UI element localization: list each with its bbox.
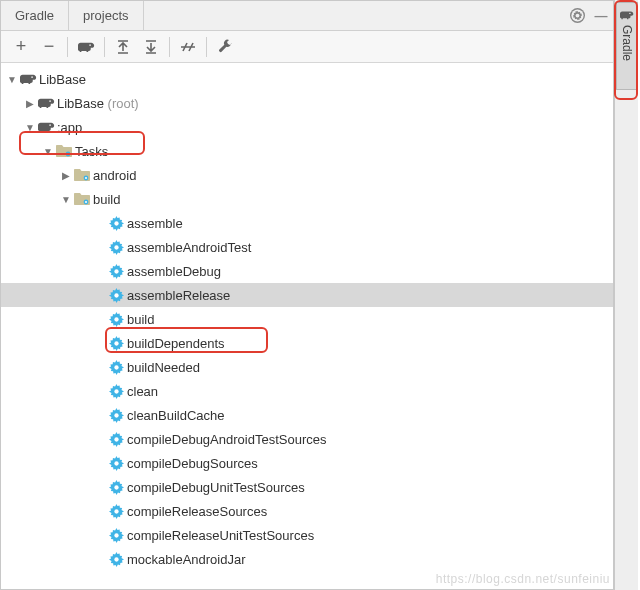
gear-icon <box>107 432 125 447</box>
tree-label: compileDebugSources <box>125 456 258 471</box>
task-buildNeeded[interactable]: buildNeeded <box>1 355 613 379</box>
toolbar: + − <box>1 31 613 63</box>
task-compileDebugAndroidTestSources[interactable]: compileDebugAndroidTestSources <box>1 427 613 451</box>
gear-icon <box>107 456 125 471</box>
task-build[interactable]: build <box>1 307 613 331</box>
disclosure-arrow-icon: ▼ <box>41 146 55 157</box>
tab-projects[interactable]: projects <box>69 1 144 30</box>
tree-label: LibBase <box>37 72 86 87</box>
side-tab-gradle[interactable]: Gradle <box>616 2 638 90</box>
folder-icon <box>55 144 73 158</box>
gear-icon <box>107 240 125 255</box>
task-compileReleaseUnitTestSources[interactable]: compileReleaseUnitTestSources <box>1 523 613 547</box>
tree-label: buildNeeded <box>125 360 200 375</box>
gear-icon <box>107 408 125 423</box>
run-gradle-button[interactable] <box>72 33 100 61</box>
task-assembleDebug[interactable]: assembleDebug <box>1 259 613 283</box>
tab-bar: Gradle projects — <box>1 1 613 31</box>
toggle-offline-button[interactable] <box>174 33 202 61</box>
disclosure-arrow-icon: ▼ <box>59 194 73 205</box>
task-assembleRelease[interactable]: assembleRelease <box>1 283 613 307</box>
tree-label: :app <box>55 120 82 135</box>
gear-icon <box>107 504 125 519</box>
add-button[interactable]: + <box>7 33 35 61</box>
tree-label: android <box>91 168 136 183</box>
elephant-icon <box>37 96 55 110</box>
tree-label: clean <box>125 384 158 399</box>
tree-module-libbase-root[interactable]: ▶LibBase (root) <box>1 91 613 115</box>
task-compileDebugUnitTestSources[interactable]: compileDebugUnitTestSources <box>1 475 613 499</box>
elephant-icon <box>37 120 55 134</box>
task-compileReleaseSources[interactable]: compileReleaseSources <box>1 499 613 523</box>
gear-icon <box>107 216 125 231</box>
gradle-tree[interactable]: ▼LibBase▶LibBase (root)▼:app▼Tasks▶andro… <box>1 63 613 589</box>
tree-label: build <box>91 192 120 207</box>
remove-button[interactable]: − <box>35 33 63 61</box>
gear-icon <box>107 552 125 567</box>
gear-icon <box>107 312 125 327</box>
folder-icon <box>73 168 91 182</box>
task-assembleAndroidTest[interactable]: assembleAndroidTest <box>1 235 613 259</box>
disclosure-arrow-icon: ▶ <box>23 98 37 109</box>
tree-label: compileReleaseSources <box>125 504 267 519</box>
tree-label: compileDebugAndroidTestSources <box>125 432 326 447</box>
task-buildDependents[interactable]: buildDependents <box>1 331 613 355</box>
tree-label: mockableAndroidJar <box>125 552 246 567</box>
gear-icon <box>107 384 125 399</box>
tree-label: assembleDebug <box>125 264 221 279</box>
gear-icon <box>107 264 125 279</box>
task-cleanBuildCache[interactable]: cleanBuildCache <box>1 403 613 427</box>
elephant-icon <box>19 72 37 86</box>
minimize-icon[interactable]: — <box>589 8 613 23</box>
tree-label: compileReleaseUnitTestSources <box>125 528 314 543</box>
tree-label: cleanBuildCache <box>125 408 225 423</box>
tree-label: LibBase (root) <box>55 96 139 111</box>
tree-tasks-folder[interactable]: ▼Tasks <box>1 139 613 163</box>
tree-label: assembleRelease <box>125 288 230 303</box>
task-clean[interactable]: clean <box>1 379 613 403</box>
gear-icon <box>107 288 125 303</box>
tree-root-libbase[interactable]: ▼LibBase <box>1 67 613 91</box>
watermark: https://blog.csdn.net/sunfeiniu <box>436 572 610 586</box>
tree-group-build[interactable]: ▼build <box>1 187 613 211</box>
expand-all-button[interactable] <box>109 33 137 61</box>
disclosure-arrow-icon: ▼ <box>5 74 19 85</box>
tree-module-app[interactable]: ▼:app <box>1 115 613 139</box>
task-compileDebugSources[interactable]: compileDebugSources <box>1 451 613 475</box>
gear-icon <box>107 360 125 375</box>
tree-label: assemble <box>125 216 183 231</box>
collapse-all-button[interactable] <box>137 33 165 61</box>
task-mockableAndroidJar[interactable]: mockableAndroidJar <box>1 547 613 571</box>
tree-label: build <box>125 312 154 327</box>
tab-gradle[interactable]: Gradle <box>1 1 69 30</box>
task-assemble[interactable]: assemble <box>1 211 613 235</box>
gear-icon <box>107 480 125 495</box>
tree-group-android[interactable]: ▶android <box>1 163 613 187</box>
tree-label: compileDebugUnitTestSources <box>125 480 305 495</box>
folder-icon <box>73 192 91 206</box>
wrench-button[interactable] <box>211 33 239 61</box>
settings-icon[interactable] <box>565 8 589 23</box>
right-tool-strip: Gradle <box>614 0 638 590</box>
tree-label: assembleAndroidTest <box>125 240 251 255</box>
disclosure-arrow-icon: ▼ <box>23 122 37 133</box>
disclosure-arrow-icon: ▶ <box>59 170 73 181</box>
gear-icon <box>107 528 125 543</box>
gear-icon <box>107 336 125 351</box>
tree-label: buildDependents <box>125 336 225 351</box>
tree-label: Tasks <box>73 144 108 159</box>
